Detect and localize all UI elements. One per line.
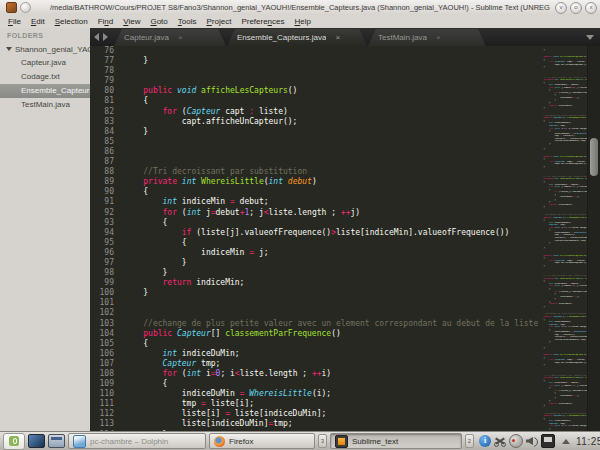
device-tray-icon[interactable] xyxy=(541,434,555,448)
mint-menu-icon[interactable] xyxy=(3,433,25,450)
line-number: 98 xyxy=(90,268,124,278)
code-text: if (liste[j].valueofFrequence()>liste[in… xyxy=(124,228,509,238)
taskbar-badge[interactable]: 2 xyxy=(465,434,474,448)
line-number: 95 xyxy=(90,238,124,248)
line-number: 84 xyxy=(90,127,124,137)
line-number: 90 xyxy=(90,187,124,197)
window-shade-button[interactable] xyxy=(20,2,31,13)
minimap-line: public Capteur[] classementParFrequence(… xyxy=(538,316,588,319)
task-button-sublime[interactable]: Sublime_text xyxy=(330,433,462,449)
code-line: 99 return indiceMin; xyxy=(90,278,538,288)
menu-file[interactable]: File xyxy=(3,17,26,26)
code-line: 102 xyxy=(90,308,538,318)
tab-testmain.java[interactable]: TestMain.java× xyxy=(368,29,486,46)
code-line: 97 } xyxy=(90,258,538,268)
line-number: 102 xyxy=(90,308,124,318)
line-number: 92 xyxy=(90,208,124,218)
menu-help[interactable]: Help xyxy=(290,17,316,26)
disclosure-triangle-icon[interactable] xyxy=(6,47,12,51)
code-line: 104 public Capteur[] classementParFreque… xyxy=(90,329,538,339)
mint-logo-icon xyxy=(9,436,19,446)
maximize-button[interactable]: o xyxy=(570,2,582,14)
tab-capteur.java[interactable]: Capteur.java× xyxy=(114,29,226,46)
taskbar-badge[interactable]: 3 xyxy=(318,434,327,448)
scrollbar-thumb[interactable] xyxy=(590,138,598,176)
sidebar-root-folder[interactable]: Shannon_genial_YAOUH! xyxy=(0,42,90,56)
code-line: 103 //echange de plus petite valeur avec… xyxy=(90,319,538,329)
menu-selection[interactable]: Selection xyxy=(50,17,93,26)
menu-goto[interactable]: Goto xyxy=(145,17,172,26)
close-button[interactable]: x xyxy=(585,2,597,14)
minimap-line: public Capteur[] classementParFrequence(… xyxy=(538,415,588,418)
show-desktop-icon[interactable] xyxy=(28,434,45,448)
menu-project[interactable]: Project xyxy=(201,17,236,26)
panel-expand-icon[interactable] xyxy=(562,439,570,444)
tab-close-icon[interactable]: × xyxy=(178,33,183,42)
clock[interactable]: 11:25 xyxy=(576,436,600,447)
menu-view[interactable]: View xyxy=(118,17,145,26)
tab-close-icon[interactable]: × xyxy=(335,33,340,42)
sidebar-item-testmain.java[interactable]: TestMain.java xyxy=(0,98,90,112)
sidebar-item-capteur.java[interactable]: Capteur.java xyxy=(0,56,90,70)
minimap-line: capt.afficheUnCapteur(); xyxy=(538,64,588,67)
tab-close-icon[interactable]: × xyxy=(436,33,441,42)
code-line: 79 xyxy=(90,76,538,86)
code-line: 81 { xyxy=(90,96,538,106)
code-line: 106 int indiceDuMin; xyxy=(90,349,538,359)
task-button-firefox[interactable]: Firefox xyxy=(209,433,315,449)
minimap-line: public void afficheLesCapteurs() xyxy=(538,156,588,159)
sidebar-item-ensemble_capteurs[interactable]: Ensemble_Capteurs xyxy=(0,84,90,98)
code-text: liste[i] = liste[indiceDuMin]; xyxy=(124,409,326,419)
folder-view-icon[interactable] xyxy=(48,434,65,448)
minimize-button[interactable]: v xyxy=(555,2,567,14)
minimap-line: public void afficheLesCapteurs() xyxy=(538,255,588,258)
tab-scroll-right-icon[interactable] xyxy=(103,33,108,41)
main-area: FOLDERS Shannon_genial_YAOUH! Capteur.ja… xyxy=(0,28,600,432)
sidebar-item-codage.txt[interactable]: Codage.txt xyxy=(0,70,90,84)
window-controls: vox xyxy=(555,2,597,14)
vertical-scrollbar[interactable] xyxy=(587,46,600,432)
menu-edit[interactable]: Edit xyxy=(26,17,50,26)
tab-overflow-icon[interactable] xyxy=(586,35,594,40)
code-editor[interactable]: 7677 }787980 public void afficheLesCapte… xyxy=(90,46,600,432)
tab-scroll-buttons xyxy=(94,28,108,46)
tab-ensemble_capteurs.java[interactable]: Ensemble_Capteurs.java× xyxy=(227,29,367,46)
tab-bar: Capteur.java×Ensemble_Capteurs.java×Test… xyxy=(90,28,600,46)
task-button-dolphin[interactable]: pc-chambre – Dolphin xyxy=(68,433,206,449)
title-bar[interactable]: /media/BATHROW/Cours/PROJET S8/Fano3/Sha… xyxy=(0,0,600,16)
code-line: 77 } xyxy=(90,56,538,66)
code-text: Capteur tmp; xyxy=(124,359,220,369)
code-text: int indiceMin = debut; xyxy=(124,197,269,207)
code-text: for (int i=0; i<liste.length ; ++i) xyxy=(124,369,331,379)
menu-find[interactable]: Find xyxy=(93,17,119,26)
volume-tray-icon[interactable] xyxy=(526,435,538,447)
code-text: int indiceDuMin; xyxy=(124,349,240,359)
code-line: 105 { xyxy=(90,339,538,349)
line-number: 112 xyxy=(90,409,124,419)
minimap-line: private int WhereisLittle(int debut) xyxy=(538,377,588,380)
network-tray-icon[interactable] xyxy=(509,434,523,448)
line-number: 107 xyxy=(90,359,124,369)
minimap[interactable]: } public void afficheLesCapteurs() { for… xyxy=(538,46,588,432)
code-text: { xyxy=(124,218,167,228)
code-text: { xyxy=(124,238,187,248)
menu-preferences[interactable]: Preferences xyxy=(236,17,289,26)
scissors-tray-icon[interactable] xyxy=(494,435,506,447)
line-number: 80 xyxy=(90,86,124,96)
code-line: 78 xyxy=(90,66,538,76)
window-title: /media/BATHROW/Cours/PROJET S8/Fano3/Sha… xyxy=(50,3,550,12)
code-line: 110 indiceDuMin = WhereisLittle(i); xyxy=(90,389,538,399)
tab-scroll-left-icon[interactable] xyxy=(94,33,99,41)
sublime-app-icon xyxy=(6,2,17,13)
system-tray: i xyxy=(479,434,555,448)
line-number: 85 xyxy=(90,137,124,147)
code-line: 76 xyxy=(90,46,538,56)
line-number: 111 xyxy=(90,399,124,409)
sidebar[interactable]: FOLDERS Shannon_genial_YAOUH! Capteur.ja… xyxy=(0,28,90,432)
menu-tools[interactable]: Tools xyxy=(173,17,202,26)
line-number: 86 xyxy=(90,147,124,157)
info-tray-icon[interactable]: i xyxy=(479,435,491,447)
minimap-line: private int WhereisLittle(int debut) xyxy=(538,278,588,281)
line-number: 110 xyxy=(90,389,124,399)
code-line: 95 { xyxy=(90,238,538,248)
